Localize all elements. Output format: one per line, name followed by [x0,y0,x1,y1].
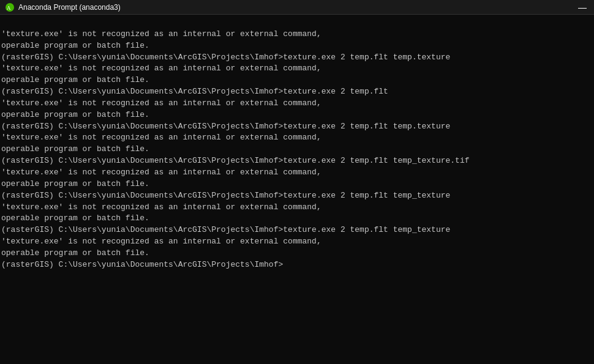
error-line: 'texture.exe' is not recognized as an in… [1,236,592,248]
title-bar-controls: — [576,2,589,12]
anaconda-icon: A [5,2,15,12]
title-bar-left: A Anaconda Prompt (anaconda3) [5,2,121,12]
error-line: 'texture.exe' is not recognized as an in… [1,63,592,75]
error-line: 'texture.exe' is not recognized as an in… [1,98,592,110]
error-line: 'texture.exe' is not recognized as an in… [1,167,592,179]
error-line: 'texture.exe' is not recognized as an in… [1,202,592,214]
error-line: operable program or batch file. [1,110,592,121]
prompt-line: (rasterGIS) C:\Users\yunia\Documents\Arc… [1,52,592,64]
error-line: 'texture.exe' is not recognized as an in… [1,29,592,40]
error-line: operable program or batch file. [1,213,592,225]
error-line: operable program or batch file. [1,75,592,86]
svg-text:A: A [7,5,11,11]
title-bar-title: Anaconda Prompt (anaconda3) [18,3,121,12]
error-line: 'texture.exe' is not recognized as an in… [1,132,592,144]
prompt-line: (rasterGIS) C:\Users\yunia\Documents\Arc… [1,190,592,202]
error-line: operable program or batch file. [1,144,592,155]
prompt-line: (rasterGIS) C:\Users\yunia\Documents\Arc… [1,86,592,98]
input-line: (rasterGIS) C:\Users\yunia\Documents\Arc… [1,259,592,271]
terminal-body[interactable]: 'texture.exe' is not recognized as an in… [0,15,594,364]
prompt-line: (rasterGIS) C:\Users\yunia\Documents\Arc… [1,155,592,167]
minimize-button[interactable]: — [576,2,589,12]
error-line: operable program or batch file. [1,248,592,259]
error-line: operable program or batch file. [1,179,592,190]
prompt-line: (rasterGIS) C:\Users\yunia\Documents\Arc… [1,225,592,236]
prompt-line: (rasterGIS) C:\Users\yunia\Documents\Arc… [1,121,592,133]
error-line: operable program or batch file. [1,40,592,52]
title-bar: A Anaconda Prompt (anaconda3) — [0,0,594,15]
